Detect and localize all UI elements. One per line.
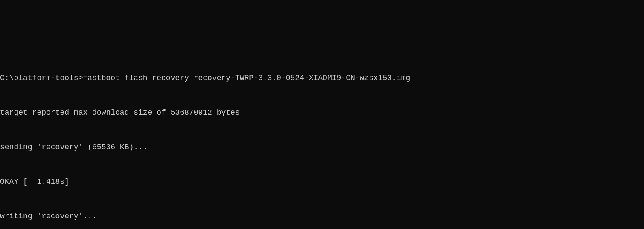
- terminal-line: target reported max download size of 536…: [0, 107, 644, 119]
- terminal-line: writing 'recovery'...: [0, 211, 644, 222]
- terminal-line: C:\platform-tools>fastboot flash recover…: [0, 72, 644, 84]
- terminal-line: OKAY [ 1.418s]: [0, 176, 644, 188]
- terminal-line: sending 'recovery' (65536 KB)...: [0, 142, 644, 153]
- terminal-output[interactable]: C:\platform-tools>fastboot flash recover…: [0, 49, 644, 229]
